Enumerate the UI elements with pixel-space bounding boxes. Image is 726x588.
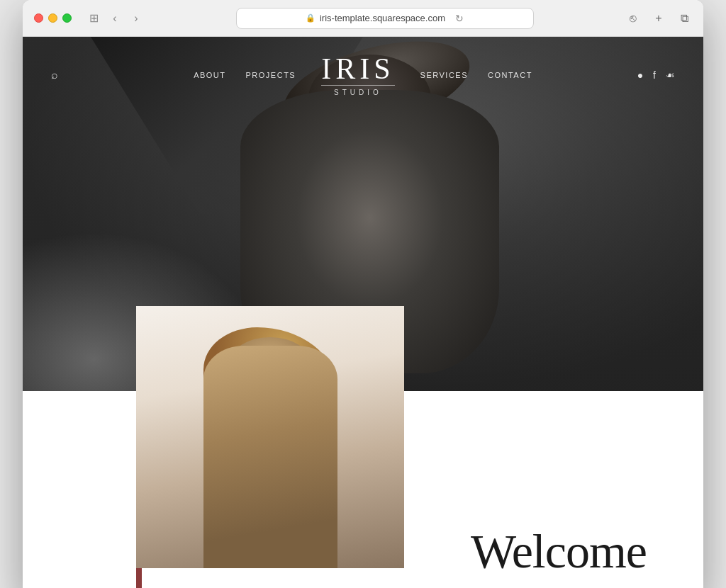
browser-actions: ⎋ + ⧉ bbox=[625, 11, 692, 26]
welcome-text: Welcome bbox=[471, 527, 647, 575]
overlap-body bbox=[203, 346, 337, 569]
facebook-icon[interactable]: f bbox=[653, 69, 656, 81]
url-text: iris-template.squarespace.com bbox=[320, 13, 445, 23]
red-accent-bar bbox=[136, 568, 142, 588]
browser-window: ⊞ ‹ › 🔒 iris-template.squarespace.com ↻ … bbox=[23, 0, 703, 588]
overlap-figure bbox=[136, 306, 404, 568]
pinterest-icon[interactable]: ☙ bbox=[666, 69, 675, 81]
logo-name: IRIS bbox=[321, 54, 394, 84]
lock-icon: 🔒 bbox=[306, 13, 315, 23]
maximize-button[interactable] bbox=[62, 13, 72, 23]
minimize-button[interactable] bbox=[48, 13, 57, 23]
nav-right: ● f ☙ bbox=[637, 69, 675, 81]
main-nav: ⌕ ABOUT PROJECTS IRIS STUDIO SERVICES CO… bbox=[23, 37, 703, 113]
overlap-photo bbox=[136, 306, 404, 568]
nav-center: ABOUT PROJECTS IRIS STUDIO SERVICES CONT… bbox=[194, 54, 532, 96]
nav-left: ⌕ bbox=[51, 69, 58, 81]
windows-button[interactable]: ⧉ bbox=[676, 11, 692, 26]
browser-controls: ⊞ ‹ › bbox=[86, 11, 144, 26]
lower-section: Welcome bbox=[23, 391, 703, 588]
website: ⌕ ABOUT PROJECTS IRIS STUDIO SERVICES CO… bbox=[23, 37, 703, 588]
forward-button[interactable]: › bbox=[128, 11, 144, 26]
logo-subtitle: STUDIO bbox=[321, 85, 394, 96]
search-icon[interactable]: ⌕ bbox=[51, 69, 58, 81]
nav-services[interactable]: SERVICES bbox=[420, 71, 468, 79]
nav-links-left: ABOUT PROJECTS bbox=[194, 71, 296, 79]
browser-chrome: ⊞ ‹ › 🔒 iris-template.squarespace.com ↻ … bbox=[23, 0, 703, 37]
nav-logo[interactable]: IRIS STUDIO bbox=[321, 54, 394, 96]
nav-contact[interactable]: CONTACT bbox=[488, 71, 532, 79]
back-button[interactable]: ‹ bbox=[107, 11, 123, 26]
window-toggle-button[interactable]: ⊞ bbox=[86, 11, 101, 26]
welcome-area: Welcome bbox=[471, 527, 647, 575]
reload-icon[interactable]: ↻ bbox=[455, 13, 464, 24]
new-tab-button[interactable]: + bbox=[651, 11, 666, 26]
nav-links-right: SERVICES CONTACT bbox=[420, 71, 532, 79]
address-bar[interactable]: 🔒 iris-template.squarespace.com ↻ bbox=[236, 8, 534, 29]
traffic-lights bbox=[34, 13, 72, 23]
address-bar-wrapper: 🔒 iris-template.squarespace.com ↻ bbox=[152, 8, 617, 29]
nav-about[interactable]: ABOUT bbox=[194, 71, 225, 79]
share-button[interactable]: ⎋ bbox=[625, 11, 641, 26]
nav-projects[interactable]: PROJECTS bbox=[246, 71, 296, 79]
close-button[interactable] bbox=[34, 13, 43, 23]
instagram-icon[interactable]: ● bbox=[637, 69, 643, 81]
